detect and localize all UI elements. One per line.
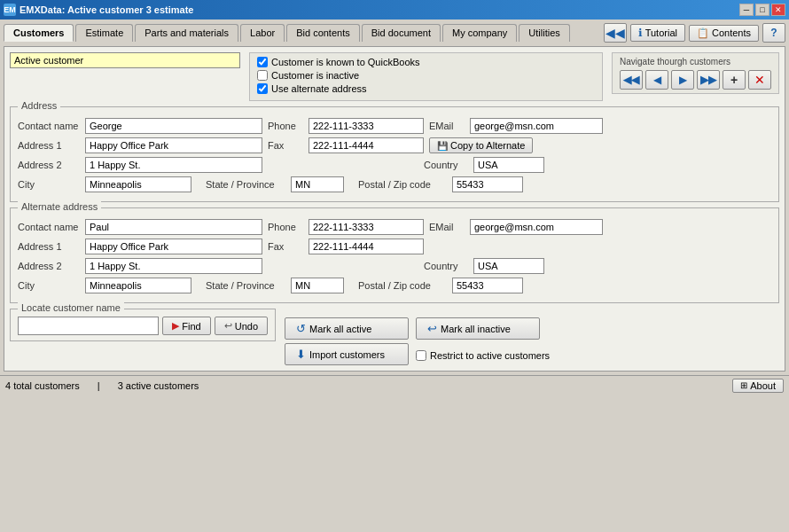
total-customers-status: 4 total customers (5, 380, 80, 391)
alt-address1-input[interactable] (85, 239, 262, 254)
status-bar: 4 total customers | 3 active customers ⊞… (0, 375, 789, 395)
navigate-section: Navigate thourgh customers ◀◀ ◀ ▶ ▶▶ + ✕ (612, 52, 779, 94)
nav-next-button[interactable]: ▶ (671, 70, 694, 90)
maximize-button[interactable]: □ (755, 4, 769, 16)
alt-city-label: City (18, 280, 80, 291)
alt-address2-input[interactable] (85, 258, 262, 274)
city-label: City (18, 179, 80, 190)
mark-active-icon: ↺ (296, 322, 306, 335)
window-title: EMXData: Active customer 3 estimate (20, 4, 193, 15)
restrict-checkbox[interactable] (416, 350, 426, 361)
alt-city-input[interactable] (85, 278, 191, 293)
fax-label: Fax (268, 140, 303, 151)
tab-bid-document[interactable]: Bid document (362, 24, 441, 42)
info-icon: ℹ (638, 27, 643, 39)
address2-row: Address 2 Country (18, 157, 771, 173)
alt-address2-row: Address 2 Country (18, 258, 771, 274)
address1-input[interactable] (85, 137, 262, 153)
nav-last-button[interactable]: ▶▶ (697, 70, 720, 90)
inactive-checkbox[interactable] (257, 70, 268, 81)
help-button[interactable]: ? (762, 23, 785, 43)
tab-parts[interactable]: Parts and materials (135, 24, 238, 42)
title-bar: EM EMXData: Active customer 3 estimate ─… (0, 0, 789, 20)
top-section: Customer is known to QuickBooks Customer… (10, 52, 779, 101)
find-icon: ▶ (172, 320, 179, 332)
tab-my-company[interactable]: My company (442, 24, 517, 42)
alt-email-input[interactable] (470, 219, 603, 235)
contact-row: Contact name Phone EMail (18, 118, 771, 134)
copy-to-alternate-button[interactable]: 💾 Copy to Alternate (429, 137, 533, 153)
alt-city-row: City State / Province Postal / Zip code (18, 278, 771, 293)
country-label: Country (424, 160, 468, 170)
nav-add-button[interactable]: + (723, 70, 746, 90)
tab-labor[interactable]: Labor (240, 24, 285, 42)
fax-input[interactable] (309, 137, 424, 153)
alt-address1-row: Address 1 Fax (18, 239, 771, 254)
country-input[interactable] (473, 157, 544, 173)
customer-name-input[interactable] (10, 52, 240, 68)
address2-input[interactable] (85, 157, 262, 173)
customer-name-field (10, 52, 240, 68)
alternate-checkbox[interactable] (257, 83, 268, 94)
state-input[interactable] (291, 176, 344, 192)
grid-icon: ⊞ (740, 380, 747, 390)
alt-contact-row: Contact name Phone EMail (18, 219, 771, 235)
locate-input[interactable] (18, 317, 159, 335)
undo-button[interactable]: ↩ Undo (215, 317, 268, 335)
actions-top-row: ↺ Mark all active ↩ Mark all inactive (285, 317, 779, 340)
active-customers-status: 3 active customers (118, 380, 199, 391)
back-nav-button[interactable]: ◀◀ (604, 23, 627, 43)
nav-first-button[interactable]: ◀◀ (620, 70, 643, 90)
alt-contact-input[interactable] (85, 219, 262, 235)
toolbar-right: ◀◀ ℹ Tutorial 📋 Contents ? (604, 23, 785, 43)
alt-state-input[interactable] (291, 278, 344, 293)
actions-bottom-row: ⬇ Import customers Restrict to active cu… (285, 343, 779, 365)
alt-fax-input[interactable] (309, 239, 424, 254)
alt-address1-label: Address 1 (18, 241, 80, 252)
email-input[interactable] (470, 118, 603, 134)
tab-bid-contents[interactable]: Bid contents (286, 24, 360, 42)
minimize-button[interactable]: ─ (739, 4, 754, 16)
import-button[interactable]: ⬇ Import customers (285, 343, 409, 365)
status-right: ⊞ About (732, 379, 784, 393)
window-controls: ─ □ ✕ (739, 4, 785, 16)
alt-country-label: Country (424, 261, 468, 271)
address2-label: Address 2 (18, 160, 80, 170)
alt-zip-label: Postal / Zip code (358, 280, 447, 291)
tutorial-button[interactable]: ℹ Tutorial (630, 24, 685, 42)
tab-customers[interactable]: Customers (4, 24, 74, 42)
navigate-buttons: ◀◀ ◀ ▶ ▶▶ + ✕ (620, 70, 771, 90)
zip-label: Postal / Zip code (358, 179, 447, 190)
tab-estimate[interactable]: Estimate (75, 24, 133, 42)
nav-prev-button[interactable]: ◀ (645, 70, 668, 90)
find-button[interactable]: ▶ Find (162, 317, 210, 335)
inactive-label: Customer is inactive (271, 70, 359, 81)
close-button[interactable]: ✕ (771, 4, 785, 16)
contents-button[interactable]: 📋 Contents (689, 25, 759, 42)
address1-label: Address 1 (18, 140, 80, 151)
form-area: Customer is known to QuickBooks Customer… (4, 46, 785, 372)
nav-delete-button[interactable]: ✕ (748, 70, 771, 90)
phone-label: Phone (268, 121, 303, 131)
bottom-section: Locate customer name ▶ Find ↩ Undo (10, 309, 779, 365)
phone-input[interactable] (309, 118, 424, 134)
contact-input[interactable] (85, 118, 262, 134)
address-legend: Address (18, 100, 60, 111)
restrict-row: Restrict to active customers (416, 345, 550, 365)
alt-phone-input[interactable] (309, 219, 424, 235)
about-button[interactable]: ⊞ About (732, 379, 784, 393)
city-row: City State / Province Postal / Zip code (18, 176, 771, 192)
alt-country-input[interactable] (473, 258, 544, 274)
quickbooks-checkbox[interactable] (257, 57, 268, 67)
tab-utilities[interactable]: Utilities (519, 24, 569, 42)
alternate-legend: Alternate address (18, 201, 101, 212)
city-input[interactable] (85, 176, 191, 192)
mark-active-button[interactable]: ↺ Mark all active (285, 317, 409, 340)
actions-right: ↺ Mark all active ↩ Mark all inactive ⬇ … (285, 309, 779, 365)
copy-icon: 💾 (437, 141, 448, 151)
alt-zip-input[interactable] (452, 278, 523, 293)
main-content: Customers Estimate Parts and materials L… (0, 20, 789, 375)
restrict-label: Restrict to active customers (430, 350, 550, 361)
mark-inactive-button[interactable]: ↩ Mark all inactive (416, 317, 540, 340)
zip-input[interactable] (452, 176, 523, 192)
